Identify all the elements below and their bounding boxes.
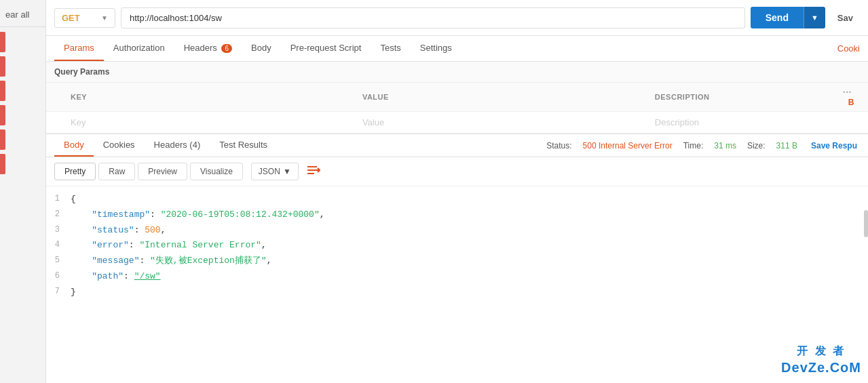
sidebar-item-1	[0, 32, 5, 52]
query-params-section: Query Params KEY VALUE DESCRIPTION	[46, 62, 868, 134]
sidebar-divider	[0, 26, 45, 27]
format-type-label: JSON	[259, 167, 280, 176]
row-desc-cell[interactable]: Description	[647, 112, 835, 134]
line-num-6: 6	[46, 270, 71, 283]
response-tabs: Body Cookies Headers (4) Test Results St…	[46, 134, 868, 157]
row-actions-cell	[835, 112, 868, 134]
json-line-3: 3 "status": 500,	[46, 223, 868, 239]
sidebar-item-5	[0, 129, 5, 150]
response-tab-body[interactable]: Body	[54, 134, 94, 157]
tab-params[interactable]: Params	[54, 36, 104, 61]
response-tab-test-results[interactable]: Test Results	[210, 134, 277, 157]
format-type-chevron-icon: ▼	[283, 167, 291, 176]
tab-body[interactable]: Body	[242, 36, 281, 61]
row-key-cell[interactable]: Key	[62, 112, 354, 134]
row-checkbox-cell	[46, 112, 62, 134]
format-row: Pretty Raw Preview Visualize JSON ▼	[46, 157, 868, 186]
line-num-7: 7	[46, 285, 71, 298]
watermark-bottom: DevZe.CoM	[781, 359, 861, 376]
response-tab-headers[interactable]: Headers (4)	[145, 134, 210, 157]
col-checkbox-header	[46, 83, 62, 112]
json-line-6: 6 "path": "/sw"	[46, 269, 868, 285]
format-raw-button[interactable]: Raw	[98, 163, 135, 180]
save-response-button[interactable]: Save Respu	[808, 141, 860, 150]
format-type-select[interactable]: JSON ▼	[251, 163, 299, 180]
headers-badge: 6	[221, 44, 232, 53]
send-button[interactable]: Send	[751, 7, 804, 28]
watermark-top: 开 发 者	[781, 344, 861, 359]
status-label: Status:	[546, 141, 571, 150]
tab-headers[interactable]: Headers 6	[174, 36, 242, 61]
line-num-3: 3	[46, 224, 71, 237]
response-section: Body Cookies Headers (4) Test Results St…	[46, 134, 868, 383]
tab-tests[interactable]: Tests	[371, 36, 410, 61]
send-button-group: Send ▼	[751, 7, 825, 28]
json-body: 1 { 2 "timestamp": "2020-06-19T05:08:12.…	[46, 186, 868, 383]
clear-all-button[interactable]: ear all	[0, 5, 35, 24]
tab-settings[interactable]: Settings	[411, 36, 461, 61]
svg-rect-0	[307, 166, 317, 167]
format-pretty-button[interactable]: Pretty	[54, 163, 96, 180]
url-input[interactable]	[121, 7, 745, 28]
params-table: KEY VALUE DESCRIPTION ··· B	[46, 83, 868, 134]
size-value: 311 B	[776, 141, 797, 150]
line-num-2: 2	[46, 208, 71, 221]
col-key-header: KEY	[62, 83, 354, 112]
sidebar-item-3	[0, 81, 5, 101]
tab-authorization[interactable]: Authorization	[104, 36, 174, 61]
send-arrow-button[interactable]: ▼	[804, 7, 825, 28]
watermark: 开 发 者 DevZe.CoM	[781, 344, 861, 376]
method-chevron-icon: ▼	[101, 14, 108, 22]
col-actions-header: ··· B	[835, 83, 868, 112]
line-num-4: 4	[46, 239, 71, 251]
sidebar-item-4	[0, 105, 5, 125]
dots-icon[interactable]: ···	[843, 87, 852, 98]
format-preview-button[interactable]: Preview	[138, 163, 187, 180]
url-bar: GET ▼ Send ▼ Sav	[46, 0, 868, 36]
sidebar-item-6	[0, 154, 5, 174]
row-value-cell[interactable]: Value	[354, 112, 647, 134]
time-value: 31 ms	[714, 141, 736, 150]
scroll-handle[interactable]	[864, 210, 868, 237]
request-tabs: Params Authorization Headers 6 Body Pre-…	[46, 36, 868, 62]
bulk-edit-link[interactable]: B	[843, 98, 860, 107]
sidebar-items	[0, 30, 45, 176]
json-line-4: 4 "error": "Internal Server Error",	[46, 238, 868, 254]
save-button[interactable]: Sav	[831, 7, 860, 28]
method-select[interactable]: GET ▼	[54, 8, 115, 28]
time-label: Time:	[683, 141, 704, 150]
wrap-icon[interactable]	[307, 165, 320, 178]
size-label: Size:	[747, 141, 766, 150]
sidebar: ear all	[0, 0, 46, 383]
format-visualize-button[interactable]: Visualize	[190, 163, 243, 180]
response-status-area: Status: 500 Internal Server Error Time: …	[546, 141, 860, 150]
sidebar-item-2	[0, 56, 5, 77]
main-content: GET ▼ Send ▼ Sav Params Authorization He…	[46, 0, 868, 383]
query-params-title: Query Params	[46, 62, 868, 83]
json-line-1: 1 {	[46, 192, 868, 207]
svg-rect-2	[307, 173, 314, 174]
svg-rect-1	[307, 169, 320, 171]
tab-cookies[interactable]: Cooki	[837, 37, 860, 60]
json-line-2: 2 "timestamp": "2020-06-19T05:08:12.432+…	[46, 207, 868, 223]
line-num-5: 5	[46, 254, 71, 267]
table-row: Key Value Description	[46, 112, 868, 134]
col-desc-header: DESCRIPTION	[647, 83, 835, 112]
line-num-1: 1	[46, 193, 71, 205]
method-label: GET	[62, 13, 80, 23]
col-value-header: VALUE	[354, 83, 647, 112]
json-line-7: 7 }	[46, 285, 868, 300]
json-line-5: 5 "message": "失败,被Exception捕获了",	[46, 254, 868, 269]
tab-pre-request-script[interactable]: Pre-request Script	[281, 36, 371, 61]
status-value: 500 Internal Server Error	[583, 141, 673, 150]
response-tab-cookies[interactable]: Cookies	[94, 134, 145, 157]
